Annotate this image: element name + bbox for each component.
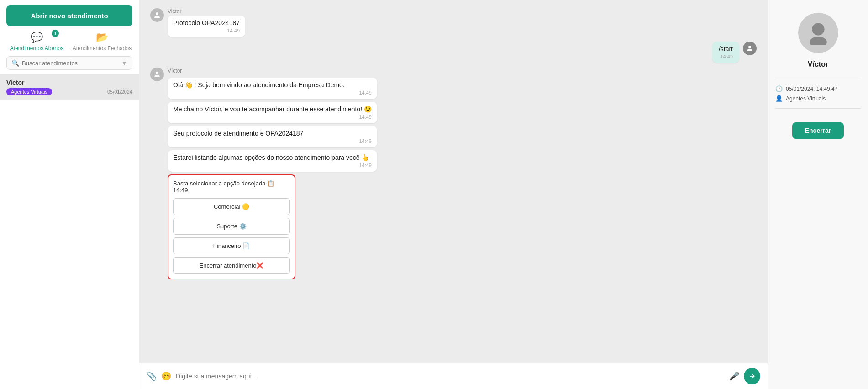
msg-time-1: 14:49	[173, 90, 372, 95]
msg-bubble-right: /start 14:49	[712, 42, 739, 63]
msg-group-right: /start 14:49	[712, 42, 739, 63]
tab-open-attendances[interactable]: 1 💬 Atendimentos Abertos	[6, 32, 67, 52]
contact-divider	[775, 79, 861, 79]
msg-row-right: /start 14:49	[150, 42, 757, 63]
open-badge: 1	[52, 30, 59, 37]
conv-name: Victor	[6, 79, 132, 86]
right-panel: Víctor 🕐 05/01/2024, 14:49:47 👤 Agentes …	[768, 0, 868, 389]
conv-tag: Agentes Virtuais	[6, 88, 52, 95]
option-suporte[interactable]: Suporte ⚙️	[173, 218, 290, 235]
option-financeiro[interactable]: Financeiro 📄	[173, 237, 290, 254]
contact-agent: Agentes Virtuais	[786, 95, 826, 102]
msg-bubble: Protocolo OPA2024187 14:49	[168, 16, 245, 37]
chat-area: Victor Protocolo OPA2024187 14:49 /start…	[139, 0, 768, 389]
avatar-victor	[150, 68, 164, 81]
conversation-list: Victor Agentes Virtuais 05/01/2024	[0, 74, 139, 389]
msg-time-2: 14:49	[173, 114, 372, 120]
emoji-icon[interactable]: 😊	[161, 371, 171, 381]
sidebar: Abrir novo atendimento 1 💬 Atendimentos …	[0, 0, 139, 389]
avatar	[150, 8, 164, 22]
msg-group-victor: Víctor Olá 👋 ! Seja bem vindo ao atendim…	[168, 68, 377, 279]
avatar-right	[743, 42, 757, 55]
sidebar-tabs: 1 💬 Atendimentos Abertos 📂 Atendimentos …	[0, 32, 139, 56]
msg-text-2: Me chamo Víctor, e vou te acompanhar dur…	[173, 105, 372, 113]
tab-closed-label: Atendimentos Fechados	[73, 45, 132, 52]
closed-icon: 📂	[96, 32, 108, 43]
tab-closed-attendances[interactable]: 📂 Atendimentos Fechados	[72, 32, 132, 52]
options-card: Basta selecionar a opção desejada 📋 14:4…	[168, 174, 295, 279]
msg-time-3: 14:49	[173, 138, 372, 144]
clock-icon: 🕐	[775, 85, 783, 92]
option-encerrar[interactable]: Encerrar atendimento❌	[173, 257, 290, 274]
filter-icon[interactable]: ▼	[121, 59, 127, 67]
options-time: 14:49	[173, 187, 290, 194]
option-comercial[interactable]: Comercial 🟡	[173, 198, 290, 215]
contact-datetime: 05/01/2024, 14:49:47	[786, 86, 837, 92]
msg-text-3: Seu protocolo de atendimento é OPA202418…	[173, 130, 303, 137]
msg-bubble-2: Me chamo Víctor, e vou te acompanhar dur…	[168, 102, 377, 123]
msg-row: Victor Protocolo OPA2024187 14:49	[150, 8, 757, 37]
msg-row-group: Víctor Olá 👋 ! Seja bem vindo ao atendim…	[150, 68, 757, 279]
contact-agent-row: 👤 Agentes Virtuais	[775, 95, 861, 102]
msg-text: Protocolo OPA2024187	[173, 19, 240, 26]
new-attendance-button[interactable]: Abrir novo atendimento	[6, 5, 132, 26]
send-button[interactable]	[744, 368, 760, 384]
msg-bubble-3: Seu protocolo de atendimento é OPA202418…	[168, 126, 377, 147]
search-bar: 🔍 ▼	[6, 56, 132, 70]
svg-point-2	[156, 72, 158, 74]
msg-time-4: 14:49	[173, 163, 372, 168]
encerrar-button[interactable]: Encerrar	[792, 122, 844, 139]
svg-point-4	[812, 23, 824, 35]
contact-info: 🕐 05/01/2024, 14:49:47 👤 Agentes Virtuai…	[775, 85, 861, 102]
search-icon: 🔍	[11, 59, 19, 67]
contact-divider-2	[775, 108, 861, 109]
msg-group: Victor Protocolo OPA2024187 14:49	[168, 8, 245, 37]
msg-sender: Victor	[168, 8, 245, 15]
mic-icon[interactable]: 🎤	[729, 371, 739, 381]
msg-bubble-4: Estarei listando algumas opções do nosso…	[168, 150, 377, 172]
contact-datetime-row: 🕐 05/01/2024, 14:49:47	[775, 85, 861, 92]
conv-meta: Agentes Virtuais 05/01/2024	[6, 88, 132, 95]
msg-text-right: /start	[719, 45, 733, 53]
msg-text-1: Olá 👋 ! Seja bem vindo ao atendimento da…	[173, 81, 345, 89]
msg-bubble-1: Olá 👋 ! Seja bem vindo ao atendimento da…	[168, 78, 377, 99]
tab-open-label: Atendimentos Abertos	[10, 45, 63, 52]
conversation-item[interactable]: Victor Agentes Virtuais 05/01/2024	[0, 74, 139, 100]
msg-time: 14:49	[173, 28, 240, 33]
conv-date: 05/01/2024	[107, 89, 132, 95]
attach-icon[interactable]: 📎	[147, 371, 157, 381]
svg-point-0	[156, 12, 158, 15]
svg-point-1	[748, 46, 751, 48]
contact-avatar	[798, 13, 838, 53]
agent-icon: 👤	[775, 95, 783, 102]
msg-time-right: 14:49	[719, 54, 733, 59]
search-input[interactable]	[22, 60, 118, 67]
msg-text-4: Estarei listando algumas opções do nosso…	[173, 154, 369, 161]
options-title: Basta selecionar a opção desejada 📋 14:4…	[173, 180, 290, 194]
msg-sender-victor: Víctor	[168, 68, 377, 74]
message-input[interactable]	[176, 373, 725, 380]
open-icon: 💬	[31, 32, 43, 43]
contact-name: Víctor	[808, 60, 828, 68]
svg-point-5	[810, 37, 827, 45]
chat-messages: Victor Protocolo OPA2024187 14:49 /start…	[139, 0, 768, 363]
chat-input-area: 📎 😊 🎤	[139, 363, 768, 389]
